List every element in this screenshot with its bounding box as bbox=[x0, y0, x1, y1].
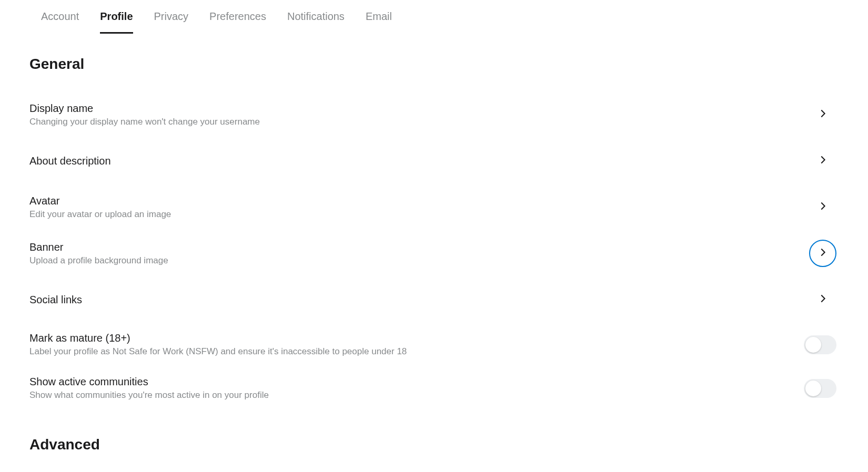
setting-label: Display name bbox=[29, 102, 260, 115]
chevron-right-icon bbox=[817, 200, 829, 214]
setting-label: Social links bbox=[29, 294, 82, 306]
tab-notifications[interactable]: Notifications bbox=[287, 11, 345, 34]
setting-control bbox=[809, 240, 839, 267]
setting-text: About description bbox=[29, 155, 111, 167]
section-title-general: General bbox=[29, 56, 839, 73]
setting-about-description[interactable]: About description bbox=[29, 138, 839, 184]
setting-text: Mark as mature (18+) Label your profile … bbox=[29, 332, 407, 357]
chevron-right-icon bbox=[817, 247, 829, 260]
setting-label: Show active communities bbox=[29, 376, 269, 388]
chevron-button[interactable] bbox=[809, 101, 836, 128]
setting-text: Banner Upload a profile background image bbox=[29, 241, 168, 266]
chevron-right-icon bbox=[817, 293, 829, 306]
setting-label: About description bbox=[29, 155, 111, 167]
toggle-active-communities[interactable] bbox=[804, 379, 836, 398]
setting-control bbox=[804, 335, 839, 354]
chevron-button[interactable] bbox=[809, 147, 836, 175]
chevron-right-icon bbox=[817, 108, 829, 121]
settings-container: Account Profile Privacy Preferences Noti… bbox=[0, 0, 868, 472]
setting-desc: Label your profile as Not Safe for Work … bbox=[29, 346, 407, 357]
setting-desc: Changing your display name won't change … bbox=[29, 117, 260, 127]
setting-banner[interactable]: Banner Upload a profile background image bbox=[29, 230, 839, 276]
setting-desc: Upload a profile background image bbox=[29, 255, 168, 266]
setting-text: Display name Changing your display name … bbox=[29, 102, 260, 127]
chevron-right-icon bbox=[817, 154, 829, 168]
setting-desc: Edit your avatar or upload an image bbox=[29, 209, 171, 220]
chevron-button[interactable] bbox=[809, 240, 836, 267]
setting-control bbox=[809, 286, 839, 313]
settings-tabs: Account Profile Privacy Preferences Noti… bbox=[29, 0, 839, 34]
section-title-advanced: Advanced bbox=[29, 436, 839, 453]
toggle-mature[interactable] bbox=[804, 335, 836, 354]
setting-text: Avatar Edit your avatar or upload an ima… bbox=[29, 195, 171, 220]
tab-account[interactable]: Account bbox=[41, 11, 79, 34]
tab-profile[interactable]: Profile bbox=[100, 11, 133, 34]
setting-desc: Show what communities you're most active… bbox=[29, 390, 269, 401]
general-settings-list: Display name Changing your display name … bbox=[29, 91, 839, 410]
setting-label: Mark as mature (18+) bbox=[29, 332, 407, 344]
tab-privacy[interactable]: Privacy bbox=[154, 11, 189, 34]
setting-control bbox=[809, 101, 839, 128]
setting-show-active-communities[interactable]: Show active communities Show what commun… bbox=[29, 366, 839, 410]
setting-label: Banner bbox=[29, 241, 168, 253]
setting-control bbox=[809, 147, 839, 175]
setting-control bbox=[804, 379, 839, 398]
setting-mark-mature[interactable]: Mark as mature (18+) Label your profile … bbox=[29, 323, 839, 366]
setting-social-links[interactable]: Social links bbox=[29, 276, 839, 323]
tab-preferences[interactable]: Preferences bbox=[209, 11, 266, 34]
tab-email[interactable]: Email bbox=[366, 11, 392, 34]
chevron-button[interactable] bbox=[809, 193, 836, 221]
setting-text: Show active communities Show what commun… bbox=[29, 376, 269, 401]
setting-label: Avatar bbox=[29, 195, 171, 207]
setting-control bbox=[809, 193, 839, 221]
toggle-knob bbox=[805, 381, 821, 396]
setting-display-name[interactable]: Display name Changing your display name … bbox=[29, 91, 839, 138]
toggle-knob bbox=[805, 337, 821, 353]
setting-text: Social links bbox=[29, 294, 82, 306]
chevron-button[interactable] bbox=[809, 286, 836, 313]
setting-avatar[interactable]: Avatar Edit your avatar or upload an ima… bbox=[29, 184, 839, 230]
